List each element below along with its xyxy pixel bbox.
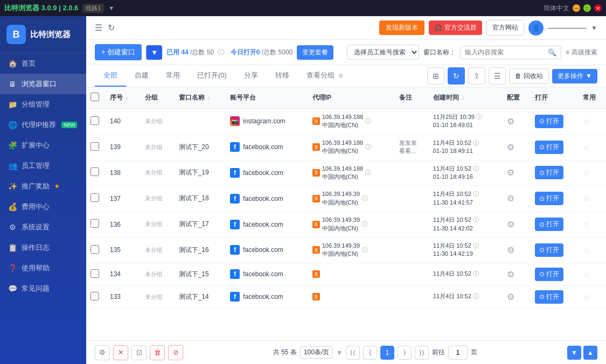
sidebar-item-group-manage[interactable]: 📁 分组管理: [0, 94, 86, 115]
sidebar-item-promote[interactable]: ✨ 推广奖励 ✦: [0, 176, 86, 197]
sidebar-item-billing[interactable]: 💰 费用中心: [0, 197, 86, 217]
sort-created-icon[interactable]: ↓: [462, 95, 464, 101]
lang-selector[interactable]: 简体中文: [544, 4, 569, 13]
user-dropdown-icon[interactable]: ▼: [591, 24, 597, 32]
prev-page-btn[interactable]: ⟨: [363, 346, 377, 360]
support-btn[interactable]: 🎧 官方交流群: [429, 20, 482, 35]
open-window-btn[interactable]: ⊙ 打开: [535, 141, 563, 154]
row-checkbox[interactable]: [90, 245, 99, 254]
time-info-icon[interactable]: ⓘ: [476, 114, 482, 120]
close-button[interactable]: ✕: [594, 4, 602, 12]
sidebar-item-browser-window[interactable]: 🖥 浏览器窗口: [0, 74, 86, 94]
per-page-dropdown-icon[interactable]: ▼: [336, 349, 343, 356]
tab-custom[interactable]: 自建: [126, 65, 157, 87]
proxy-info-icon[interactable]: ⓘ: [362, 194, 368, 202]
config-gear-icon[interactable]: ⚙: [507, 168, 514, 177]
minimize-button[interactable]: ─: [573, 4, 580, 12]
star-icon[interactable]: ☆: [583, 143, 590, 152]
open-window-btn[interactable]: ⊙ 打开: [535, 166, 563, 179]
tab-share[interactable]: 分享: [235, 65, 267, 87]
first-page-btn[interactable]: ⟨⟨: [346, 346, 360, 360]
scroll-down-btn[interactable]: ▼: [567, 346, 581, 360]
select-all-checkbox[interactable]: [90, 93, 99, 101]
sidebar-item-extension[interactable]: 🧩 扩展中心: [0, 135, 86, 156]
tab-opened[interactable]: 已打开(0): [189, 65, 235, 87]
time-info-icon[interactable]: ⓘ: [473, 165, 479, 172]
star-icon[interactable]: ☆: [583, 168, 590, 177]
time-info-icon[interactable]: ⓘ: [473, 242, 479, 249]
sidebar-item-settings[interactable]: ⚙ 系统设置: [0, 217, 86, 237]
window-search-input[interactable]: [465, 48, 546, 56]
config-gear-icon[interactable]: ⚙: [507, 246, 514, 255]
proxy-info-icon[interactable]: ⓘ: [365, 169, 371, 177]
batch-action-btn-2[interactable]: ✕: [113, 345, 128, 360]
proxy-info-icon[interactable]: ⓘ: [365, 117, 371, 125]
config-gear-icon[interactable]: ⚙: [507, 143, 514, 152]
current-page-btn[interactable]: 1: [380, 346, 394, 360]
open-window-btn[interactable]: ⊙ 打开: [535, 218, 563, 231]
open-window-btn[interactable]: ⊙ 打开: [535, 243, 563, 257]
row-checkbox[interactable]: [90, 142, 99, 151]
config-gear-icon[interactable]: ⚙: [507, 117, 514, 126]
config-gear-icon[interactable]: ⚙: [507, 194, 514, 203]
batch-action-btn-5[interactable]: ⊘: [168, 345, 183, 360]
proxy-info-icon[interactable]: ⓘ: [362, 246, 368, 254]
tab-all[interactable]: 全部: [95, 65, 126, 87]
open-window-btn[interactable]: ⊙ 打开: [535, 192, 563, 205]
last-page-btn[interactable]: ⟩⟩: [415, 346, 429, 360]
time-info-icon[interactable]: ⓘ: [473, 293, 479, 299]
open-window-btn[interactable]: ⊙ 打开: [535, 268, 563, 281]
menu-toggle-icon[interactable]: ☰: [95, 23, 102, 33]
route-tag[interactable]: 线路1: [82, 4, 104, 13]
row-checkbox[interactable]: [90, 193, 99, 202]
row-checkbox[interactable]: [90, 219, 99, 228]
sidebar-item-home[interactable]: 🏠 首页: [0, 53, 86, 74]
time-info-icon[interactable]: ⓘ: [473, 216, 479, 223]
change-plan-btn[interactable]: 变更套餐: [297, 45, 333, 60]
batch-action-btn-1[interactable]: ⚙: [95, 345, 110, 360]
time-info-icon[interactable]: ⓘ: [473, 270, 479, 277]
grid-view-btn[interactable]: ⊞: [427, 67, 444, 85]
open-window-btn[interactable]: ⊙ 打开: [535, 290, 563, 304]
advanced-search-btn[interactable]: ≡ 高级搜索: [566, 48, 597, 57]
star-icon[interactable]: ☆: [583, 246, 590, 255]
row-checkbox[interactable]: [90, 269, 99, 278]
star-icon[interactable]: ☆: [583, 220, 590, 229]
staff-search-select[interactable]: 选择员工账号搜索: [347, 45, 419, 60]
goto-page-input[interactable]: [448, 346, 468, 360]
tab-view-group[interactable]: 查看分组 ⊘: [298, 65, 352, 87]
tab-common[interactable]: 常用: [157, 65, 189, 87]
refresh-icon[interactable]: ↻: [108, 23, 115, 33]
config-gear-icon[interactable]: ⚙: [507, 220, 514, 229]
refresh-table-btn[interactable]: ↻: [448, 67, 465, 85]
row-checkbox[interactable]: [90, 292, 99, 300]
create-window-dropdown-btn[interactable]: ▼: [146, 45, 162, 60]
star-icon[interactable]: ☆: [583, 292, 590, 302]
config-gear-icon[interactable]: ⚙: [507, 270, 514, 279]
batch-action-btn-3[interactable]: ⊡: [131, 345, 147, 360]
more-operations-btn[interactable]: 更多操作 ▼: [552, 69, 597, 83]
config-gear-icon[interactable]: ⚙: [507, 292, 514, 302]
recycle-btn[interactable]: 🗑 回收站: [509, 68, 549, 84]
per-page-selector[interactable]: 100条/页: [300, 346, 333, 359]
time-info-icon[interactable]: ⓘ: [473, 139, 479, 146]
time-info-icon[interactable]: ⓘ: [473, 191, 479, 197]
discover-btn[interactable]: 发现新版本: [379, 20, 424, 35]
star-icon[interactable]: ☆: [583, 270, 590, 279]
route-dropdown-icon[interactable]: ▼: [108, 5, 114, 11]
sidebar-item-faq[interactable]: 💬 常见问题: [0, 278, 86, 299]
official-btn[interactable]: 官方网站: [486, 20, 524, 36]
proxy-info-icon[interactable]: ⓘ: [362, 220, 368, 228]
star-icon[interactable]: ☆: [583, 194, 590, 203]
sort-id-icon[interactable]: ↓: [126, 95, 128, 101]
proxy-info-icon[interactable]: ⓘ: [365, 143, 371, 151]
row-checkbox[interactable]: [90, 116, 99, 125]
sidebar-item-proxy-ip[interactable]: 🌐 代理IP推荐 NEW: [0, 115, 86, 135]
maximize-button[interactable]: □: [583, 4, 591, 12]
row-checkbox[interactable]: [90, 167, 99, 176]
sidebar-item-help[interactable]: ❓ 使用帮助: [0, 258, 86, 278]
open-window-btn[interactable]: ⊙ 打开: [535, 115, 563, 128]
star-icon[interactable]: ☆: [583, 117, 590, 126]
sort-name-icon[interactable]: ↓: [207, 95, 210, 101]
share-btn[interactable]: ⇪: [468, 67, 485, 85]
